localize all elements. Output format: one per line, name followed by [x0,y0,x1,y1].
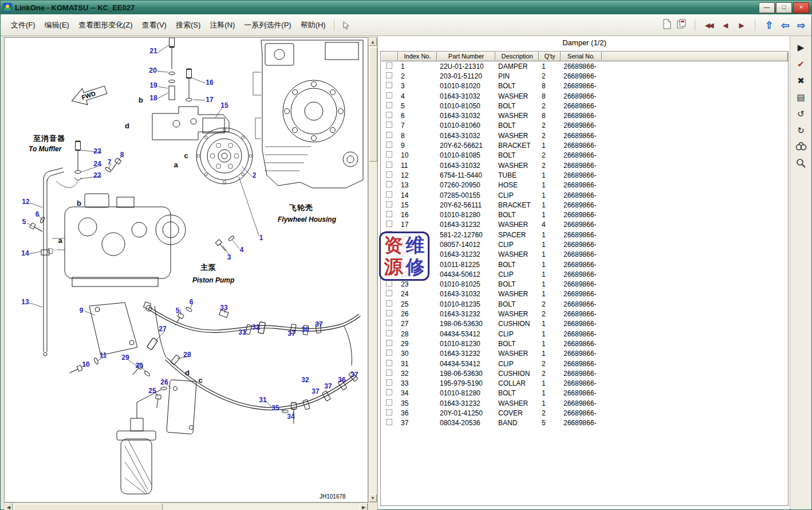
diagram-callout[interactable]: 10 [82,360,89,368]
graphics-play-icon[interactable]: ▶ [795,42,807,53]
table-row[interactable]: 27198-06-53630CUSHION126689866- [381,319,788,329]
diagram-callout[interactable]: 20 [149,66,156,74]
diagram-callout[interactable]: 12 [22,198,29,206]
diagram-callout[interactable]: 37 [324,382,332,390]
diagram-vertical-scrollbar[interactable]: ▲ ▼ [368,37,377,503]
table-row[interactable]: 3620Y-01-41250COVER226689866- [381,408,788,418]
diagram-callout[interactable]: 16 [206,79,213,87]
diagram-callout[interactable]: 37 [315,320,322,328]
diagram-callout[interactable]: 6 [36,210,40,218]
diagram-callout[interactable]: 29 [121,354,129,362]
row-checkbox[interactable] [386,211,392,217]
row-checkbox[interactable] [386,112,392,118]
table-row[interactable]: 3501643-31232WASHER126689866- [381,398,788,408]
table-row[interactable]: 1520Y-62-56111BRACKET126689866- [381,200,788,210]
minimize-button[interactable]: — [759,2,775,13]
diagram-panel[interactable]: FWD 21201916181715bdca232422871256ab1421… [4,37,368,503]
table-row[interactable]: 801643-31032WASHER226689866- [381,131,788,140]
table-row[interactable]: 18581-22-12760SPACER126689866- [381,230,788,240]
diagram-callout[interactable]: 18 [149,94,157,102]
table-row[interactable]: 33195-979-5190COLLAR126689866- [381,379,788,389]
row-checkbox[interactable] [386,72,392,79]
table-row[interactable]: 3401010-81280BOLT126689866- [381,389,788,398]
diagram-callout[interactable]: 37 [287,329,295,338]
table-row[interactable]: 1101643-31032WASHER226689866- [381,160,788,170]
diagram-callout[interactable]: 5 [176,307,180,315]
diagram-callout[interactable]: 37 [350,371,358,379]
diagram-callout[interactable]: 3 [227,253,231,261]
row-checkbox[interactable] [386,370,392,376]
diagram-letter-callout[interactable]: c [184,151,188,160]
diagram-callout[interactable]: 2 [253,171,257,179]
table-row[interactable]: 2601643-31232WASHER226689866- [381,309,788,319]
row-checkbox[interactable] [386,171,392,178]
row-checkbox[interactable] [386,350,392,356]
diagram-letter-callout[interactable]: b [139,96,143,104]
diagram-callout[interactable]: 5 [22,218,26,226]
diagram-callout[interactable]: 36 [301,325,309,334]
table-row[interactable]: 701010-81060BOLT226689866- [381,121,788,131]
row-checkbox[interactable] [386,360,392,366]
table-row[interactable]: 3001643-31232WASHER126689866- [381,349,788,359]
title-bar[interactable]: LinkOne - KOMATSU -- KC_EE027 — □ × [1,1,811,14]
diagram-callout[interactable]: 34 [287,413,294,421]
horizontal-scroll-thumb[interactable] [14,504,163,510]
column-header[interactable]: Part Number [437,52,495,61]
diagram-callout[interactable]: 27 [159,325,166,333]
row-checkbox[interactable] [386,419,392,425]
maximize-button[interactable]: □ [776,2,792,13]
diagram-callout[interactable]: 31 [238,328,246,336]
menu-graphic-change[interactable]: 查看图形变化(Z) [74,18,137,33]
zoom-icon[interactable] [795,158,807,170]
table-row[interactable]: 1601010-81280BOLT126689866- [381,210,788,219]
table-row[interactable]: 122U-01-21310DAMPER126689866- [381,61,788,71]
diagram-callout[interactable]: 25 [148,387,156,395]
vertical-scroll-thumb[interactable] [369,47,377,162]
diagram-callout[interactable]: 33 [220,304,227,312]
diagram-callout[interactable]: 4 [240,246,244,254]
row-checkbox[interactable] [386,310,392,316]
table-row[interactable]: 2203-01-51120PIN226689866- [381,71,788,81]
row-checkbox[interactable] [386,300,392,307]
row-checkbox[interactable] [386,121,392,128]
scroll-right-arrow[interactable]: ▶ [360,503,368,510]
scroll-down-arrow[interactable]: ▼ [369,494,377,502]
diagram-callout[interactable]: 23 [93,147,101,155]
diagram-callout[interactable]: 31 [259,396,266,404]
scroll-up-arrow[interactable]: ▲ [369,38,377,46]
table-row[interactable]: 2001643-31232WASHER126689866- [381,250,788,260]
rotate-left-icon[interactable]: ↺ [795,108,807,120]
row-checkbox[interactable] [386,320,392,326]
diagram-callout[interactable]: 26 [160,378,168,386]
row-checkbox[interactable] [386,290,392,296]
row-checkbox[interactable] [386,92,392,99]
diagram-callout[interactable]: 6 [190,298,194,306]
row-checkbox[interactable] [386,399,392,406]
column-header[interactable]: Description [495,52,539,61]
row-checkbox[interactable] [386,151,392,158]
table-row[interactable]: 1001010-81085BOLT226689866- [381,151,788,160]
diagram-callout[interactable]: 9 [80,307,84,315]
diagram-callout[interactable]: 1 [259,234,263,242]
menu-help[interactable]: 帮助(H) [296,18,330,33]
row-checkbox[interactable] [386,62,392,69]
diagram-callout[interactable]: 7 [108,158,112,166]
table-row[interactable]: 1908057-14012CLIP126689866- [381,240,788,249]
diagram-letter-callout[interactable]: d [125,121,129,130]
menu-options[interactable]: 一系列选件(P) [239,18,295,33]
row-checkbox[interactable] [386,409,392,415]
row-checkbox[interactable] [386,379,392,386]
row-checkbox[interactable] [386,142,392,148]
diagram-callout[interactable]: 14 [21,249,29,257]
row-checkbox[interactable] [386,221,392,227]
row-checkbox[interactable] [386,280,392,287]
diagram-letter-callout[interactable]: b [77,199,81,207]
table-row[interactable]: 2301010-81025BOLT126689866- [381,280,788,289]
diagram-callout[interactable]: 32 [301,376,309,384]
diagram-letter-callout[interactable]: a [174,160,178,169]
diagram-callout[interactable]: 30 [135,362,143,370]
menu-edit[interactable]: 编辑(E) [40,18,74,33]
table-row[interactable]: 3708034-20536BAND526689866- [381,418,788,428]
parts-list-icon[interactable]: ▤ [795,92,807,103]
menu-annotate[interactable]: 注释(N) [205,18,239,33]
